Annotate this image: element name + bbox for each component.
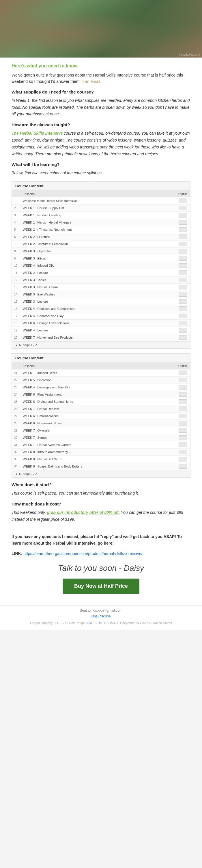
row-num: 7 — [12, 241, 21, 248]
row-num: 6 — [12, 233, 21, 241]
qa-section-2: How are the classes taught? The Herbal S… — [11, 122, 191, 157]
row-label: WEEK 3 | Lecture — [21, 298, 176, 305]
row-status — [176, 384, 190, 391]
row-label: WEEK 1 | Product Labeling — [21, 212, 176, 219]
row-status — [176, 391, 190, 398]
row-label: WEEK 1 | Infused Herbs — [21, 369, 176, 377]
intro-text-before: We've gotten quite a few questions about — [11, 73, 86, 78]
row-num: 13 — [12, 284, 21, 291]
table-row: 13 WEEK 3 | Herbal Steams — [12, 284, 190, 291]
qa-section-5: How much does it cost? This weekend only… — [11, 501, 191, 523]
row-label: WEEK 4 | Lozenges and Pastilles — [21, 384, 176, 391]
row-status — [176, 298, 190, 305]
table-row: 3 WEEK 1 | Product Labeling — [12, 212, 190, 219]
col-lessons-2: Lessons — [21, 363, 176, 369]
row-num: 10 — [12, 262, 21, 269]
row-label: WEEK 7 | Oxymels — [21, 427, 176, 434]
section-heading: Here's what you need to know. — [11, 63, 191, 68]
answer-4: This course is self-paced. You can start… — [11, 490, 191, 497]
row-num: 22 — [12, 377, 21, 384]
row-status — [176, 219, 190, 226]
unsubscribe-link[interactable]: Unsubscribe — [6, 614, 196, 618]
row-label: WEEK 8 | Soaps, Balms and Body Butters — [21, 463, 176, 470]
answer-2: The Herbal Skills Intensive course is a … — [11, 130, 191, 157]
row-label: WEEK 7 | Syrups — [21, 434, 176, 441]
row-num: 30 — [12, 434, 21, 441]
table-row: 27 WEEK 6 | Emulsifications — [12, 412, 190, 420]
table-row: 11 WEEK 2 | Lecture — [12, 269, 190, 277]
row-num: 33 — [12, 456, 21, 463]
row-status — [176, 226, 190, 233]
table-row: 4 WEEK 1 | Herbs - Herbal Vinegars — [12, 219, 190, 226]
row-num: 24 — [12, 391, 21, 398]
row-label: WEEK 3 | Tonics — [21, 277, 176, 284]
row-label: WEEK 7 | Honey and Bee Products — [21, 334, 176, 341]
row-label: WEEK 3 | Elixirs — [21, 255, 176, 262]
course-link-2[interactable]: The Herbal Skills Intensive — [11, 131, 62, 135]
table-row: 22 WEEK 5 | Decoction — [12, 377, 190, 384]
table-row: 34 WEEK 8 | Soaps, Balms and Body Butter… — [12, 463, 190, 470]
row-status — [176, 197, 190, 205]
row-status — [176, 305, 190, 312]
row-status — [176, 405, 190, 412]
row-status — [176, 262, 190, 269]
hero-image: ©iStockphoto.com — [0, 0, 202, 58]
row-label: WEEK 6 | Homework Notes — [21, 420, 176, 427]
table-row: 21 WEEK 1 | Infused Herbs — [12, 369, 190, 377]
row-status — [176, 248, 190, 255]
table-row: 6 WEEK 2 | | Lecture — [12, 233, 190, 241]
herbal-link[interactable]: https://learn.theorganicprepper.com/prod… — [23, 551, 142, 556]
course-table-2: Course Content Lessons Status 21 WEEK 1 … — [11, 353, 191, 477]
row-label: WEEK 6 | Dosage Extrapolations — [21, 320, 176, 327]
table-row: 5 WEEK 2 | | Tinctures: Nourishment — [12, 226, 190, 233]
answer-5-prefix: This weekend only, — [11, 510, 47, 515]
table-2-title: Course Content — [12, 353, 190, 363]
row-label: WEEK 5 | Decoction — [21, 377, 176, 384]
row-label: WEEK 2 | | Lecture — [21, 233, 176, 241]
table-2-content: Lessons Status 21 WEEK 1 | Infused Herbs… — [12, 363, 190, 470]
row-num: 23 — [12, 384, 21, 391]
question-3: What will I be learning? — [11, 162, 191, 167]
table-row: 18 WEEK 6 | Dosage Extrapolations — [12, 320, 190, 327]
row-status — [176, 277, 190, 284]
row-label: WEEK 4 | Lecture — [21, 327, 176, 334]
row-num: 17 — [12, 312, 21, 320]
offer-link[interactable]: grab our introductory offer of 50% off. — [47, 510, 120, 515]
row-label: WEEK 8 | Intro to Aromatherapy — [21, 448, 176, 456]
row-status — [176, 284, 190, 291]
table-row: 28 WEEK 6 | Homework Notes — [12, 420, 190, 427]
buy-now-button[interactable]: Buy Now at Half Price — [62, 579, 140, 594]
row-status — [176, 212, 190, 219]
table-row: 23 WEEK 4 | Lozenges and Pastilles — [12, 384, 190, 391]
answer-1: In Week 1, the first lesson tells you wh… — [11, 97, 191, 118]
row-status — [176, 205, 190, 212]
row-label: WEEK 6 | Drying and Storing Herbs — [21, 398, 176, 405]
row-num: 28 — [12, 420, 21, 427]
row-label: WEEK 4 | Poultices and Compresses — [21, 305, 176, 312]
course-link[interactable]: the Herbal Skills Intensive course — [86, 73, 146, 78]
row-status — [176, 369, 190, 377]
table-row: 9 WEEK 3 | Elixirs — [12, 255, 190, 262]
row-status — [176, 434, 190, 441]
table-row: 33 WEEK 8 | Herbal Salt Scrub — [12, 456, 190, 463]
row-status — [176, 334, 190, 341]
row-status — [176, 241, 190, 248]
row-status — [176, 441, 190, 448]
table-row: 20 WEEK 7 | Honey and Bee Products — [12, 334, 190, 341]
row-num: 16 — [12, 305, 21, 312]
row-num: 21 — [12, 369, 21, 377]
intro-paragraph: We've gotten quite a few questions about… — [11, 72, 191, 85]
row-num: 32 — [12, 448, 21, 456]
row-status — [176, 427, 190, 434]
row-status — [176, 448, 190, 456]
main-content: Here's what you need to know. We've gott… — [0, 58, 202, 530]
col-status: Status — [176, 191, 190, 197]
row-num: 15 — [12, 298, 21, 305]
qa-section-1: What supplies do I need for the course? … — [11, 90, 191, 118]
question-2: How are the classes taught? — [11, 122, 191, 127]
link-label: LINK: — [11, 551, 22, 556]
row-label: WEEK 3 | Glycerites — [21, 248, 176, 255]
row-status — [176, 456, 190, 463]
row-num: 19 — [12, 327, 21, 334]
table-row: 24 WEEK 6 | Final Assignment — [12, 391, 190, 398]
